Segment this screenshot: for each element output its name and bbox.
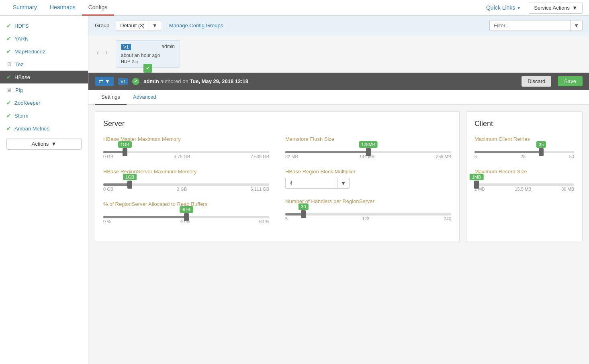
slider-max: 50: [569, 154, 574, 159]
v1-badge: V1: [118, 78, 128, 85]
slider-mid: 15.5 MB: [515, 187, 531, 191]
actions-button[interactable]: Actions ▼: [6, 138, 82, 150]
slider-labels: 1 MB 15.5 MB 30 MB: [474, 187, 574, 191]
block-multiplier-select[interactable]: 4 ▼: [285, 178, 350, 189]
slider-labels: 0 GB 3.75 GB 7.639 GB: [103, 154, 269, 159]
slider-thumb[interactable]: [366, 148, 371, 156]
sidebar-item-zookeeper[interactable]: ✔ ZooKeeper: [0, 96, 88, 109]
tab-advanced[interactable]: Advanced: [127, 90, 163, 105]
sidebar-item-hdfs[interactable]: ✔ HDFS: [0, 19, 88, 32]
version-bar: ⇄ ▼ V1 ✔ admin authored on Tue, May 29, …: [88, 73, 589, 90]
sidebar-item-hbase[interactable]: ✔ HBase: [0, 71, 88, 83]
tab-summary[interactable]: Summary: [6, 0, 43, 16]
save-button[interactable]: Save: [558, 76, 583, 86]
actions-arrow-icon: ▼: [51, 141, 56, 147]
slider-max: 256 MB: [436, 154, 451, 159]
slider-tooltip: 40%: [179, 206, 193, 213]
slider-thumb[interactable]: [123, 148, 127, 156]
select-arrow-icon[interactable]: ▼: [337, 178, 349, 188]
next-version-button[interactable]: ›: [104, 47, 109, 58]
sidebar-item-pig[interactable]: 🖥 Pig: [0, 83, 88, 96]
version-author: admin: [162, 44, 175, 49]
sidebar-item-label: MapReduce2: [14, 49, 45, 55]
setting-hbase-regionserver-memory: HBase RegionServer Maximum Memory 1GB 0 …: [103, 169, 269, 191]
slider-wrap: 1MB 1 MB 15.5 MB 30 MB: [474, 183, 574, 191]
slider-wrap: 30 5 123 240: [285, 213, 451, 221]
slider-max: 30 MB: [561, 187, 574, 191]
tab-settings[interactable]: Settings: [95, 90, 127, 105]
sidebar-item-label: Tez: [15, 61, 23, 67]
main-content: Group Default (3) ▼ Manage Config Groups…: [88, 16, 589, 364]
check-icon: ✔: [6, 74, 11, 80]
slider-tooltip: 30: [299, 203, 308, 210]
check-icon: ✔: [6, 22, 11, 29]
slider-tooltip: 35: [536, 141, 546, 148]
tab-configs[interactable]: Configs: [82, 0, 114, 16]
check-icon: ✔: [6, 125, 11, 132]
sidebar-item-label: Pig: [15, 87, 23, 93]
server-col-right: Memstore Flush Size 128MB 32 MB 144 MB: [285, 136, 451, 234]
slider-thumb[interactable]: [127, 181, 132, 189]
shuffle-button[interactable]: ⇄ ▼: [95, 77, 114, 86]
slider-thumb[interactable]: [184, 213, 189, 221]
sidebar-item-yarn[interactable]: ✔ YARN: [0, 32, 88, 45]
monitor-icon: 🖥: [6, 87, 12, 93]
sidebar-item-label: HDFS: [14, 23, 29, 29]
slider-min: 5: [285, 216, 288, 221]
setting-regionserver-read-buffers: % of RegionServer Allocated to Read Buff…: [103, 201, 269, 224]
manage-config-groups-link[interactable]: Manage Config Groups: [169, 22, 223, 28]
slider-thumb[interactable]: [539, 148, 544, 156]
tab-heatmaps[interactable]: Heatmaps: [43, 0, 82, 16]
slider-track[interactable]: 30: [285, 213, 451, 216]
sidebar-item-storm[interactable]: ✔ Storm: [0, 109, 88, 122]
discard-button[interactable]: Discard: [522, 76, 551, 87]
slider-min: 0 GB: [103, 154, 113, 159]
slider-track[interactable]: 40%: [103, 216, 269, 218]
slider-thumb[interactable]: [474, 181, 479, 189]
slider-track[interactable]: 35: [474, 151, 574, 153]
slider-max: 6.111 GB: [251, 187, 269, 191]
version-info: admin authored on Tue, May 29, 2018 12:1…: [143, 78, 248, 84]
prev-version-button[interactable]: ‹: [95, 47, 100, 58]
sidebar-item-tez[interactable]: 🖥 Tez: [0, 58, 88, 71]
service-actions-button[interactable]: Service Actions ▼: [529, 2, 583, 14]
sidebar: ✔ HDFS ✔ YARN ✔ MapReduce2 🖥 Tez ✔ HBase…: [0, 16, 88, 364]
slider-wrap: 35 5 28 50: [474, 151, 574, 159]
slider-track[interactable]: 1GB: [103, 151, 269, 153]
group-dropdown[interactable]: Default (3) ▼: [116, 20, 161, 31]
version-badge: V1: [121, 44, 131, 50]
setting-label: Maximum Record Size: [474, 169, 574, 175]
slider-min: 32 MB: [285, 154, 298, 159]
group-dropdown-arrow-icon[interactable]: ▼: [149, 20, 161, 31]
shuffle-arrow-icon: ▼: [105, 78, 110, 84]
server-col-left: HBase Master Maximum Memory 1GB 0 GB 3.7…: [103, 136, 269, 234]
sidebar-item-label: ZooKeeper: [14, 100, 40, 106]
setting-max-record-size: Maximum Record Size 1MB 1 MB 15.5 MB 30 …: [474, 169, 574, 191]
filter-arrow-icon[interactable]: ▼: [570, 20, 582, 31]
slider-mid: 3 GB: [177, 187, 187, 191]
slider-track[interactable]: 1GB: [103, 183, 269, 186]
check-icon: ✔: [6, 35, 11, 42]
setting-region-block-multiplier: HBase Region Block Multiplier 4 ▼: [285, 169, 451, 189]
select-value: 4: [286, 178, 337, 188]
setting-hbase-master-memory: HBase Master Maximum Memory 1GB 0 GB 3.7…: [103, 136, 269, 159]
quick-links-arrow-icon: ▼: [517, 6, 521, 10]
slider-mid: 123: [362, 216, 369, 221]
slider-mid: 3.75 GB: [174, 154, 190, 159]
version-bar-author: admin: [143, 78, 159, 84]
version-timeline: ‹ › V1 admin about an hour ago HDP-2.5 ✔: [88, 35, 589, 73]
slider-thumb[interactable]: [301, 210, 306, 218]
settings-tabs: Settings Advanced: [88, 90, 589, 105]
server-panel-title: Server: [103, 120, 451, 128]
slider-track[interactable]: 1MB: [474, 183, 574, 186]
slider-track[interactable]: 128MB: [285, 151, 451, 153]
slider-max: 240: [444, 216, 451, 221]
config-panels: Server HBase Master Maximum Memory 1GB: [88, 105, 589, 248]
setting-label: HBase Region Block Multiplier: [285, 169, 451, 175]
sidebar-item-ambari-metrics[interactable]: ✔ Ambari Metrics: [0, 122, 88, 135]
filter-input[interactable]: [490, 20, 570, 31]
sidebar-item-mapreduce2[interactable]: ✔ MapReduce2: [0, 45, 88, 58]
slider-wrap: 1GB 0 GB 3 GB 6.111 GB: [103, 183, 269, 191]
quick-links-button[interactable]: Quick Links ▼: [486, 4, 521, 11]
slider-wrap: 40% 0 % 40 % 80 %: [103, 216, 269, 224]
